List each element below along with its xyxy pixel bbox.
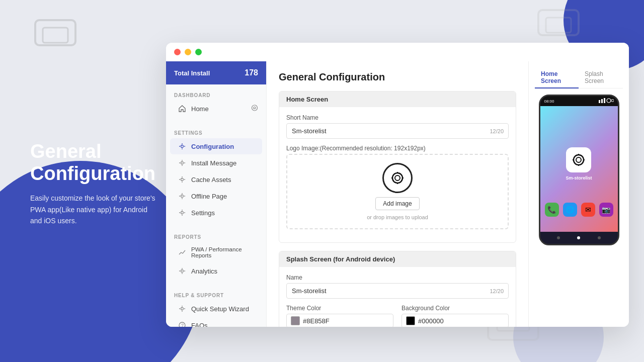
- total-install-value: 178: [245, 68, 258, 77]
- phone-nav-dot-left: [557, 236, 560, 239]
- logo-upload-area[interactable]: Add image or drop images to upload: [286, 154, 509, 229]
- tab-splash-screen[interactable]: Splash Screen: [579, 67, 623, 88]
- sidebar-item-configuration-label: Configuration: [191, 143, 234, 150]
- svg-point-9: [181, 162, 184, 164]
- sidebar-item-faqs[interactable]: ? FAQs: [170, 317, 262, 327]
- splash-name-group: Name 12/20: [286, 274, 509, 299]
- phone-app-phone: 📞: [545, 203, 559, 217]
- sidebar-item-home[interactable]: Home: [170, 101, 262, 117]
- theme-color-input[interactable]: #8E858F: [286, 314, 393, 327]
- svg-point-17: [392, 173, 403, 183]
- svg-point-11: [181, 195, 184, 198]
- bg-icon-tl: [30, 15, 80, 52]
- configuration-icon: [178, 142, 186, 150]
- splash-name-input[interactable]: [286, 283, 509, 299]
- install-message-icon: [178, 159, 186, 167]
- svg-point-14: [181, 308, 184, 310]
- sidebar-item-analytics-label: Analytics: [191, 267, 217, 275]
- color-row: Theme Color #8E858F Background Color #00…: [286, 305, 509, 327]
- sidebar-item-install-message[interactable]: Install Message: [170, 155, 262, 171]
- sidebar-item-install-message-label: Install Message: [191, 159, 236, 167]
- svg-rect-23: [599, 100, 600, 103]
- sidebar: Total Install 178 DASHBOARD Home: [166, 61, 267, 327]
- sidebar-item-quick-setup-label: Quick Setup Wizard: [191, 305, 249, 313]
- logo-group: Logo Image:(Recommended resolution: 192x…: [286, 145, 509, 229]
- sidebar-section-title-settings: SETTINGS: [166, 127, 266, 138]
- gear-icon[interactable]: [251, 105, 258, 113]
- sidebar-item-settings[interactable]: Settings: [170, 205, 262, 221]
- window-titlebar: [166, 43, 629, 61]
- main-content: General Configuration Home Screen Short …: [267, 61, 528, 327]
- splash-name-input-wrap: 12/20: [286, 283, 509, 299]
- short-name-group: Short Name 12/20: [286, 114, 509, 139]
- sidebar-section-title-help: HELP & SUPPORT: [166, 290, 266, 300]
- short-name-count: 12/20: [490, 128, 504, 134]
- theme-color-group: Theme Color #8E858F: [286, 305, 393, 327]
- svg-point-18: [395, 175, 400, 180]
- splash-name-label: Name: [286, 274, 509, 281]
- short-name-label: Short Name: [286, 114, 509, 121]
- main-window: Total Install 178 DASHBOARD Home: [166, 43, 629, 327]
- sidebar-item-home-label: Home: [191, 105, 209, 113]
- phone-apps-row: 📞 🌐 ✉ 📷: [545, 203, 613, 217]
- upload-hint: or drop images to upload: [367, 214, 428, 220]
- svg-point-7: [254, 107, 256, 109]
- svg-point-8: [181, 145, 184, 148]
- bg-color-label: Background Color: [401, 305, 509, 312]
- bg-color-input[interactable]: #000000: [401, 314, 509, 327]
- svg-rect-27: [611, 100, 614, 102]
- left-text-panel: General Configuration Easily customize t…: [30, 141, 161, 227]
- total-install-panel: Total Install 178: [166, 61, 266, 84]
- add-image-button[interactable]: Add image: [375, 197, 419, 210]
- svg-point-10: [181, 178, 184, 181]
- sidebar-section-reports: REPORTS PWA / Performance Reports: [166, 226, 266, 285]
- upload-icon: [382, 163, 413, 193]
- sidebar-item-offline-page[interactable]: Offline Page: [170, 188, 262, 204]
- sidebar-item-faqs-label: FAQs: [191, 322, 208, 327]
- short-name-input-wrap: 12/20: [286, 123, 509, 139]
- left-title: General Configuration: [30, 141, 161, 185]
- sidebar-section-help: HELP & SUPPORT Quick Setup Wizard: [166, 285, 266, 327]
- cache-assets-icon: [178, 175, 186, 184]
- settings-icon: [178, 209, 186, 217]
- sidebar-section-title-dashboard: DASHBOARD: [166, 89, 266, 100]
- help-icon: ?: [178, 321, 186, 327]
- total-install-label: Total Install: [174, 69, 210, 77]
- sidebar-item-settings-label: Settings: [191, 209, 215, 217]
- traffic-light-green[interactable]: [195, 49, 202, 55]
- svg-point-28: [574, 155, 584, 165]
- preview-panel: Home Screen Splash Screen 08:00: [528, 61, 629, 327]
- svg-rect-3: [546, 18, 571, 33]
- sidebar-item-pwa-reports[interactable]: PWA / Performance Reports: [170, 242, 262, 262]
- wizard-icon: [178, 305, 186, 313]
- traffic-light-red[interactable]: [174, 49, 181, 55]
- svg-point-6: [252, 105, 258, 111]
- phone-app-gmail: ✉: [581, 203, 595, 217]
- svg-point-26: [607, 99, 611, 103]
- theme-color-label: Theme Color: [286, 305, 393, 312]
- left-description: Easily customize the look of your store'…: [30, 193, 161, 226]
- sidebar-item-analytics[interactable]: Analytics: [170, 263, 262, 279]
- phone-app-translate: 🌐: [563, 203, 577, 217]
- traffic-light-yellow[interactable]: [185, 49, 191, 55]
- svg-text:?: ?: [181, 323, 184, 327]
- sidebar-item-offline-page-label: Offline Page: [191, 193, 227, 200]
- sidebar-section-settings: SETTINGS Configuration: [166, 122, 266, 226]
- theme-color-value: #8E858F: [303, 317, 330, 325]
- sidebar-item-cache-assets-label: Cache Assets: [191, 176, 231, 184]
- phone-screen: Sm-storelist 📞 🌐 ✉ 📷: [540, 106, 618, 232]
- sidebar-item-quick-setup[interactable]: Quick Setup Wizard: [170, 301, 262, 317]
- svg-point-29: [576, 157, 581, 162]
- bg-color-value: #000000: [418, 317, 444, 325]
- sidebar-item-cache-assets[interactable]: Cache Assets: [170, 171, 262, 188]
- phone-time: 08:00: [544, 99, 554, 104]
- offline-page-icon: [178, 192, 186, 200]
- svg-rect-25: [604, 98, 605, 103]
- sidebar-item-configuration[interactable]: Configuration: [170, 138, 262, 154]
- svg-rect-0: [35, 20, 75, 45]
- svg-rect-2: [538, 10, 579, 35]
- short-name-input[interactable]: [286, 123, 509, 139]
- phone-dock: [540, 232, 618, 244]
- splash-screen-section-body: Name 12/20 Theme Color #8E858F: [279, 267, 516, 327]
- tab-home-screen[interactable]: Home Screen: [535, 67, 579, 88]
